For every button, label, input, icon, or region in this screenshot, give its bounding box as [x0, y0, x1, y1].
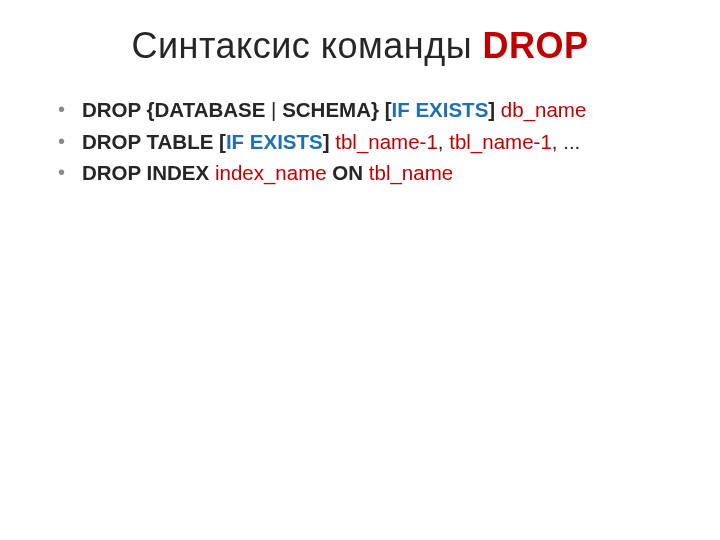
identifier-tblname1: tbl_name-1	[335, 130, 438, 153]
brace-open: {	[141, 98, 155, 121]
comma: ,	[438, 130, 449, 153]
identifier-tblname: tbl_name	[369, 161, 453, 184]
identifier-indexname: index_name	[215, 161, 327, 184]
bracket-open: [	[219, 130, 226, 153]
page-title: Синтаксис команды DROP	[50, 25, 670, 67]
title-keyword: DROP	[483, 25, 589, 66]
keyword-dropindex: DROP INDEX	[82, 161, 209, 184]
slide: Синтаксис команды DROP DROP {DATABASE | …	[0, 0, 720, 540]
title-prefix: Синтаксис команды	[131, 25, 482, 66]
list-item: DROP {DATABASE | SCHEMA} [IF EXISTS] db_…	[58, 95, 670, 125]
keyword-ifexists: IF EXISTS	[391, 98, 488, 121]
comma: ,	[552, 130, 563, 153]
keyword-database: DATABASE	[155, 98, 266, 121]
brace-close: }	[371, 98, 385, 121]
syntax-list: DROP {DATABASE | SCHEMA} [IF EXISTS] db_…	[50, 95, 670, 188]
keyword-schema: SCHEMA	[282, 98, 371, 121]
keyword-ifexists: IF EXISTS	[226, 130, 323, 153]
list-item: DROP TABLE [IF EXISTS] tbl_name-1, tbl_n…	[58, 127, 670, 157]
list-item: DROP INDEX index_name ON tbl_name	[58, 158, 670, 188]
pipe: |	[265, 98, 282, 121]
keyword-drop: DROP	[82, 98, 141, 121]
ellipsis: ...	[563, 130, 580, 153]
bracket-close: ]	[323, 130, 330, 153]
keyword-on: ON	[332, 161, 363, 184]
identifier-tblname2: tbl_name-1	[449, 130, 552, 153]
keyword-droptable: DROP TABLE	[82, 130, 213, 153]
identifier-dbname: db_name	[501, 98, 586, 121]
